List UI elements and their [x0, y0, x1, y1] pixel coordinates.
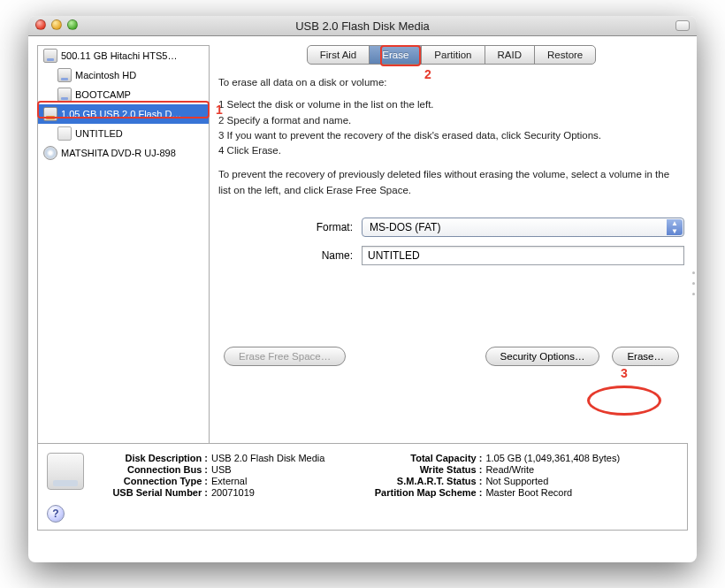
content-area: 500.11 GB Hitachi HTS5… Macintosh HD BOO… — [28, 36, 697, 443]
info-key: USB Serial Number : — [93, 487, 208, 498]
zoom-button[interactable] — [67, 19, 78, 30]
usb-disk-icon — [43, 107, 57, 121]
format-value: MS-DOS (FAT) — [370, 221, 440, 233]
format-label: Format: — [218, 221, 362, 233]
instructions-step: 4 Click Erase. — [218, 143, 684, 158]
sidebar-item-hdd[interactable]: 500.11 GB Hitachi HTS5… — [38, 46, 209, 65]
info-key: Connection Type : — [93, 476, 208, 486]
info-value: Read/Write — [485, 464, 620, 475]
erase-form: Format: MS-DOS (FAT) ▲▼ Name: — [218, 218, 684, 265]
info-value: 20071019 — [211, 487, 324, 498]
name-label: Name: — [218, 249, 362, 262]
window: USB 2.0 Flash Disk Media 500.11 GB Hitac… — [28, 16, 697, 562]
info-key: Write Status : — [349, 464, 482, 475]
tabstrip: First Aid Erase Partition RAID Restore — [307, 45, 597, 65]
disk-list[interactable]: 500.11 GB Hitachi HTS5… Macintosh HD BOO… — [37, 45, 210, 443]
optical-drive-icon — [43, 146, 57, 160]
erase-button[interactable]: Erase… — [612, 347, 679, 366]
close-button[interactable] — [35, 19, 46, 30]
volume-icon — [57, 68, 72, 82]
instructions-step: 3 If you want to prevent the recovery of… — [218, 128, 684, 143]
sidebar-item-volume[interactable]: BOOTCAMP — [38, 85, 209, 104]
info-key: Disk Description : — [93, 453, 208, 463]
volume-icon — [57, 88, 72, 102]
traffic-lights — [35, 19, 78, 30]
info-footer: Disk Description :USB 2.0 Flash Disk Med… — [37, 444, 688, 531]
info-key: Connection Bus : — [93, 464, 208, 475]
sidebar-item-label: UNTITLED — [75, 128, 123, 139]
info-value: Master Boot Record — [485, 487, 620, 498]
sidebar-item-label: MATSHITA DVD-R UJ-898 — [61, 148, 176, 158]
name-input[interactable] — [362, 246, 684, 265]
sidebar-item-label: Macintosh HD — [75, 70, 136, 80]
main-panel: First Aid Erase Partition RAID Restore T… — [210, 36, 697, 443]
button-row: Erase Free Space… Security Options… Eras… — [218, 347, 684, 366]
sidebar-item-label: 500.11 GB Hitachi HTS5… — [61, 50, 177, 61]
toolbar-toggle-button[interactable] — [675, 20, 690, 31]
instructions-note: To prevent the recovery of previously de… — [218, 167, 684, 198]
tab-first-aid[interactable]: First Aid — [308, 46, 370, 64]
info-key: Partition Map Scheme : — [349, 487, 482, 498]
sidebar-item-usb-selected[interactable]: 1.05 GB USB 2.0 Flash D… — [38, 104, 209, 124]
tab-restore[interactable]: Restore — [535, 46, 595, 64]
sidebar-item-volume[interactable]: Macintosh HD — [38, 65, 209, 85]
hdd-icon — [43, 49, 57, 63]
instructions-step: 2 Specify a format and name. — [218, 113, 684, 128]
info-key: Total Capacity : — [349, 453, 482, 463]
sidebar-item-label: 1.05 GB USB 2.0 Flash D… — [61, 109, 181, 119]
sidebar-item-dvd[interactable]: MATSHITA DVD-R UJ-898 — [38, 143, 209, 163]
info-value: Not Supported — [485, 476, 620, 486]
minimize-button[interactable] — [51, 19, 62, 30]
tab-erase[interactable]: Erase — [370, 46, 422, 64]
security-options-button[interactable]: Security Options… — [485, 347, 600, 366]
window-title: USB 2.0 Flash Disk Media — [295, 19, 430, 33]
instructions-intro: To erase all data on a disk or volume: — [218, 75, 684, 90]
info-value: External — [211, 476, 324, 486]
format-select[interactable]: MS-DOS (FAT) ▲▼ — [362, 218, 684, 237]
erase-free-space-button[interactable]: Erase Free Space… — [224, 347, 346, 366]
info-value: USB 2.0 Flash Disk Media — [211, 453, 324, 463]
help-button[interactable]: ? — [47, 505, 65, 523]
instructions-step: 1 Select the disk or volume in the list … — [218, 97, 684, 112]
sidebar-item-label: BOOTCAMP — [75, 89, 131, 100]
titlebar[interactable]: USB 2.0 Flash Disk Media — [28, 16, 697, 36]
tab-partition[interactable]: Partition — [422, 46, 485, 64]
volume-icon — [57, 126, 72, 141]
info-value: 1.05 GB (1,049,361,408 Bytes) — [485, 453, 620, 463]
disk-large-icon — [47, 453, 84, 490]
tabs: First Aid Erase Partition RAID Restore — [218, 45, 684, 65]
info-value: USB — [211, 464, 324, 475]
tab-raid[interactable]: RAID — [485, 46, 535, 64]
chevron-updown-icon: ▲▼ — [667, 219, 683, 235]
instructions: To erase all data on a disk or volume: 1… — [218, 75, 684, 198]
info-key: S.M.A.R.T. Status : — [349, 476, 482, 486]
sidebar-item-volume[interactable]: UNTITLED — [38, 124, 209, 143]
